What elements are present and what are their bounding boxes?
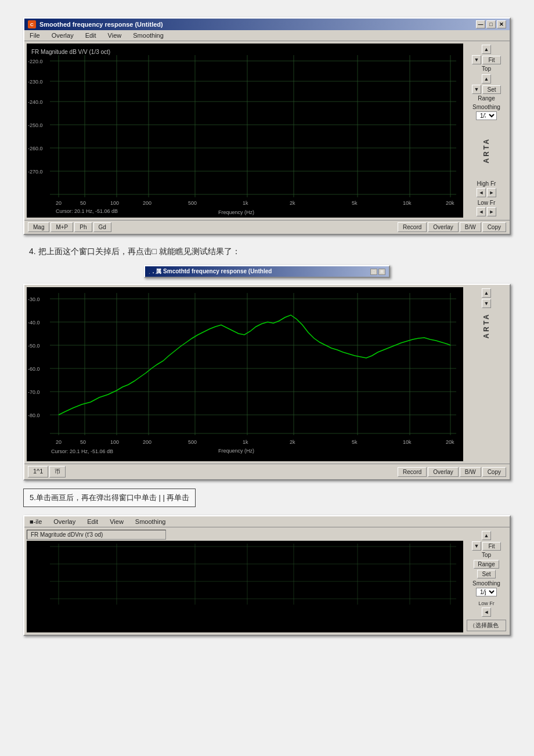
- w3-lowfr-left[interactable]: ◄: [482, 607, 491, 617]
- w3-menu-edit[interactable]: Edit: [85, 518, 100, 526]
- set-button[interactable]: Set: [482, 85, 501, 94]
- w2-copy-button[interactable]: Copy: [482, 467, 506, 477]
- minimize-button[interactable]: —: [476, 20, 485, 28]
- instruction2: 5.单击画亘后，再在弹出得窗口中单击 | | 再单击: [23, 489, 196, 507]
- svg-text:-270.0: -270.0: [28, 169, 43, 175]
- highfr-right-arrow[interactable]: ►: [487, 188, 496, 197]
- lowfr-left-arrow[interactable]: ◄: [477, 207, 486, 216]
- mag-button[interactable]: Mag: [28, 222, 49, 232]
- svg-text:10k: 10k: [403, 439, 412, 445]
- w2-mag-button[interactable]: 1^1: [28, 466, 48, 478]
- titlebar-buttons: — □ ✕: [476, 20, 506, 28]
- svg-text:-30.0: -30.0: [28, 296, 40, 302]
- w3-menu-file[interactable]: ■-ile: [28, 518, 44, 526]
- window1-titlebar: C Smoothed frequency response (Untitled)…: [24, 19, 510, 30]
- maximize-button[interactable]: □: [486, 20, 496, 28]
- window1-menubar: File Overlay Edit View Smoothing: [24, 30, 510, 41]
- range-down-arrow[interactable]: ▼: [472, 85, 481, 94]
- svg-text:Frequency (Hz): Frequency (Hz): [218, 448, 254, 454]
- high-fr-label: High Fr: [477, 180, 496, 187]
- lowfr-right-arrow[interactable]: ►: [487, 207, 496, 216]
- window3-menubar: ■-ile Overlay Edit View Smoothing: [24, 516, 510, 527]
- window2-titlebar-buttons: □ R: [370, 269, 385, 275]
- overlay-button[interactable]: Overlay: [428, 222, 458, 232]
- window2-titlebar: . . 属 Smcothtd frequency response (Unthl…: [145, 266, 389, 277]
- svg-text:1k: 1k: [243, 200, 248, 206]
- svg-text:50: 50: [80, 439, 86, 445]
- w2-bw-button[interactable]: B/W: [460, 467, 481, 477]
- window1-title: Smoothed frequency response (Untitled): [39, 21, 163, 28]
- menu-view[interactable]: View: [106, 31, 124, 39]
- svg-text:-50.0: -50.0: [28, 343, 40, 349]
- record-button[interactable]: Record: [398, 222, 427, 232]
- window2-toolbar: 1^1 币 Record Overlay B/W Copy: [24, 464, 510, 479]
- w3-top-up-arrow[interactable]: ▲: [482, 531, 491, 540]
- color-select-button[interactable]: （选择颜色: [467, 620, 506, 631]
- w2-top-up-arrow[interactable]: ▲: [482, 288, 491, 298]
- w3-range-label: Range: [474, 560, 499, 569]
- close-button[interactable]: ✕: [497, 20, 506, 28]
- svg-text:Cursor: 20.1 Hz, -51.06 dB: Cursor: 20.1 Hz, -51.06 dB: [51, 448, 113, 454]
- w3-set-button[interactable]: Set: [477, 570, 496, 578]
- svg-text:5k: 5k: [352, 200, 358, 206]
- svg-text:200: 200: [143, 439, 151, 445]
- svg-text:-260.0: -260.0: [28, 146, 43, 151]
- range-up-arrow[interactable]: ▲: [482, 74, 491, 84]
- menu-smoothing[interactable]: Smoothing: [131, 31, 165, 39]
- window2-minimize[interactable]: □: [370, 269, 377, 275]
- menu-edit[interactable]: Edit: [84, 31, 98, 39]
- window3-right-panel: ▲ ▼ Fit Top Range Set Smoothing 1/j 1/3: [466, 530, 507, 632]
- window2-wrapper: . . 属 Smcothtd frequency response (Unthl…: [23, 265, 511, 278]
- window2-icon: .: [149, 269, 150, 275]
- w3-top-down-arrow[interactable]: ▼: [472, 541, 481, 551]
- copy-button[interactable]: Copy: [482, 222, 506, 232]
- chart3-label: FR Magritude dDVrv (t'3 od): [27, 530, 166, 540]
- window2-body: -30.0 -40.0 -50.0 -60.0 -70.0 -80.0 20 5…: [24, 285, 510, 464]
- bw-button[interactable]: B/W: [460, 222, 481, 232]
- instruction1: 4. 把上面这个窗口关掉后，再点击□ 就能瞧见测试结果了：: [23, 247, 511, 257]
- svg-text:2k: 2k: [290, 439, 295, 445]
- window2-full: -30.0 -40.0 -50.0 -60.0 -70.0 -80.0 20 5…: [23, 284, 511, 480]
- svg-text:20k: 20k: [446, 200, 454, 206]
- svg-text:-60.0: -60.0: [28, 366, 40, 372]
- svg-text:Cursor: 20.1 Hz, -51.06 dB: Cursor: 20.1 Hz, -51.06 dB: [56, 208, 118, 214]
- smoothing-select[interactable]: 1/3 1/6 1/12 None: [476, 111, 497, 120]
- window2-right-panel: ▲ ▼ ARTA: [466, 287, 507, 461]
- w3-menu-view[interactable]: View: [108, 518, 125, 526]
- svg-text:Frequency (Hz): Frequency (Hz): [218, 209, 254, 215]
- w3-lowfr-label: Low Fr: [467, 601, 506, 606]
- fit-button[interactable]: Fit: [482, 56, 501, 64]
- top-up-arrow[interactable]: ▲: [482, 45, 491, 54]
- highfr-left-arrow[interactable]: ◄: [477, 188, 486, 197]
- svg-text:1k: 1k: [243, 439, 248, 445]
- w2-top-down-arrow[interactable]: ▼: [482, 299, 491, 308]
- ph-button[interactable]: Ph: [74, 222, 92, 232]
- window1-right-panel: ▲ ▼ Fit Top ▲ ▼ Set Range Smoothing: [466, 44, 507, 218]
- w2-overlay-button[interactable]: Overlay: [428, 467, 458, 477]
- chart1-svg: FR Magnitude dB V/V (1/3 oct): [27, 44, 463, 218]
- w3-smoothing-label: Smoothing: [472, 580, 500, 587]
- w3-top-label: Top: [482, 552, 491, 558]
- svg-text:20: 20: [56, 439, 62, 445]
- menu-file[interactable]: File: [28, 31, 42, 39]
- window3-body: FR Magritude dDVrv (t'3 od): [24, 527, 510, 635]
- window2-maximize[interactable]: R: [378, 269, 385, 275]
- w3-menu-overlay[interactable]: Overlay: [52, 518, 77, 526]
- window2-container: . . 属 Smcothtd frequency response (Unthl…: [144, 265, 390, 278]
- svg-text:5k: 5k: [352, 439, 358, 445]
- w3-smoothing-select[interactable]: 1/j 1/3 1/6: [476, 588, 497, 596]
- app-icon: C: [28, 20, 36, 28]
- w3-fit-button[interactable]: Fit: [482, 542, 501, 551]
- w2-extra-button[interactable]: 币: [49, 466, 66, 478]
- w2-arta-label: ARTA: [482, 313, 490, 338]
- gd-button[interactable]: Gd: [93, 222, 111, 232]
- svg-text:500: 500: [188, 439, 197, 445]
- window1-toolbar: Mag M+P Ph Gd Record Overlay B/W Copy: [24, 220, 510, 234]
- menu-overlay[interactable]: Overlay: [50, 31, 75, 39]
- w3-menu-smoothing[interactable]: Smoothing: [134, 518, 168, 526]
- w2-record-button[interactable]: Record: [398, 467, 427, 477]
- top-down-arrow[interactable]: ▼: [472, 55, 481, 64]
- window1-body: FR Magnitude dB V/V (1/3 oct): [24, 41, 510, 220]
- svg-text:50: 50: [80, 200, 86, 206]
- mp-button[interactable]: M+P: [50, 222, 73, 232]
